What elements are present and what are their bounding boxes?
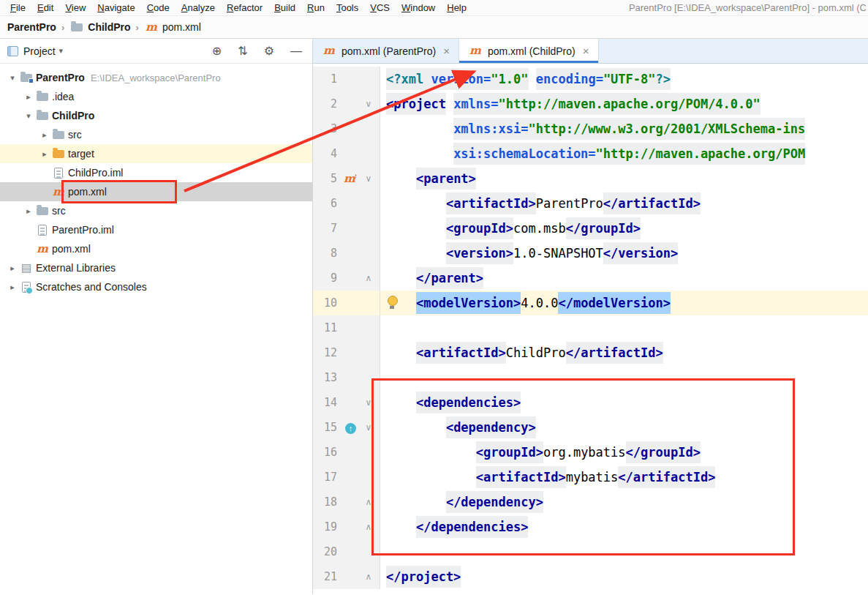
chevron-right-icon[interactable]: ▸ (38, 149, 51, 159)
code-line-8[interactable]: 8 <version>1.0-SNAPSHOT</version> (313, 241, 868, 266)
code-text[interactable]: <dependencies> (380, 390, 868, 415)
tree-item-parentpro-iml[interactable]: ParentPro.iml (0, 220, 312, 239)
editor-tab-pom-xml-parentpro[interactable]: mpom.xml (ParentPro)× (313, 39, 459, 63)
fold-start-icon[interactable]: ∨ (361, 173, 377, 184)
code-line-21[interactable]: 21∧</project> (313, 564, 868, 589)
code-text[interactable]: </dependency> (380, 490, 868, 514)
chevron-right-icon[interactable]: ▸ (38, 130, 51, 140)
menu-item-file[interactable]: File (4, 1, 31, 14)
code-text[interactable] (380, 539, 868, 564)
menu-item-refactor[interactable]: Refactor (221, 1, 268, 14)
menu-item-edit[interactable]: Edit (31, 1, 59, 14)
code-line-17[interactable]: 17 <artifactId>mybatis</artifactId> (313, 465, 868, 490)
code-text[interactable]: <modelVersion>4.0.0</modelVersion> (380, 291, 868, 315)
tree-item-childpro[interactable]: ▾ChildPro (0, 106, 312, 125)
code-text[interactable]: xsi:schemaLocation="http://maven.apache.… (380, 141, 868, 166)
fold-end-icon[interactable]: ∧ (361, 572, 377, 582)
fold-start-icon[interactable]: ∨ (361, 397, 377, 408)
menu-item-window[interactable]: Window (396, 1, 441, 14)
menu-item-code[interactable]: Code (141, 1, 176, 14)
code-line-9[interactable]: 9∧ </parent> (313, 266, 868, 291)
code-line-12[interactable]: 12 <artifactId>ChildPro</artifactId> (313, 340, 868, 365)
chevron-right-icon[interactable]: ▸ (6, 263, 19, 273)
tree-item-src[interactable]: ▸src (0, 201, 312, 220)
code-text[interactable]: </project> (380, 564, 868, 589)
menu-item-run[interactable]: Run (301, 1, 331, 14)
code-text[interactable]: <parent> (380, 166, 868, 191)
code-text[interactable]: <groupId>org.mybatis</groupId> (380, 440, 868, 465)
breadcrumb-item-parentpro[interactable]: ParentPro (7, 21, 56, 33)
editor-tab-pom-xml-childpro[interactable]: mpom.xml (ChildPro)× (459, 39, 599, 63)
code-line-6[interactable]: 6 <artifactId>ParentPro</artifactId> (313, 191, 868, 216)
tree-item-parentpro[interactable]: ▾ParentProE:\IDEA_workspace\ParentPro (0, 68, 312, 87)
tree-item-pom-xml[interactable]: mpom.xml (0, 239, 312, 258)
tree-item-pom-xml[interactable]: mpom.xml (0, 182, 312, 201)
code-text[interactable]: <project xmlns="http://maven.apache.org/… (380, 91, 868, 116)
menu-item-help[interactable]: Help (441, 1, 472, 14)
collapse-all-icon[interactable]: ⇅ (238, 44, 247, 58)
code-text[interactable] (380, 315, 868, 340)
close-tab-icon[interactable]: × (583, 45, 589, 57)
chevron-down-icon[interactable]: ▾ (6, 73, 19, 83)
close-tab-icon[interactable]: × (443, 45, 450, 57)
intention-bulb-icon[interactable] (386, 296, 398, 310)
menu-item-navigate[interactable]: Navigate (91, 1, 140, 14)
code-text[interactable]: </dependencies> (380, 514, 868, 539)
code-line-20[interactable]: 20 (313, 539, 868, 564)
tree-item-idea[interactable]: ▸.idea (0, 87, 312, 106)
code-line-10[interactable]: 10 <modelVersion>4.0.0</modelVersion> (313, 291, 868, 315)
code-line-3[interactable]: 3 xmlns:xsi="http://www.w3.org/2001/XMLS… (313, 116, 868, 141)
tree-item-childpro-iml[interactable]: ChildPro.iml (0, 163, 312, 182)
fold-start-icon[interactable]: ∨ (361, 99, 377, 109)
menu-item-view[interactable]: View (59, 1, 91, 14)
code-line-19[interactable]: 19∧ </dependencies> (313, 514, 868, 539)
code-text[interactable]: xmlns:xsi="http://www.w3.org/2001/XMLSch… (380, 116, 868, 141)
code-text[interactable]: <version>1.0-SNAPSHOT</version> (380, 241, 868, 266)
menu-item-build[interactable]: Build (268, 1, 301, 14)
code-line-15[interactable]: 15↑∨ <dependency> (313, 415, 868, 440)
fold-end-icon[interactable]: ∧ (361, 273, 377, 283)
code-text[interactable]: <artifactId>ChildPro</artifactId> (380, 340, 868, 365)
code-line-14[interactable]: 14∨ <dependencies> (313, 390, 868, 415)
tree-item-external-libraries[interactable]: ▸▤External Libraries (0, 258, 312, 277)
editor-body[interactable]: 1<?xml version="1.0" encoding="UTF-8"?>2… (313, 64, 868, 594)
tree-item-scratches-and-consoles[interactable]: ▸Scratches and Consoles (0, 277, 312, 296)
chevron-down-icon[interactable]: ▾ (59, 46, 64, 56)
chevron-right-icon[interactable]: ▸ (22, 92, 35, 102)
project-view-title[interactable]: Project (23, 45, 56, 57)
tree-item-target[interactable]: ▸target (0, 144, 312, 163)
fold-end-icon[interactable]: ∧ (361, 522, 377, 532)
menu-item-analyze[interactable]: Analyze (176, 1, 221, 14)
code-text[interactable]: <dependency> (380, 415, 868, 440)
menu-item-tools[interactable]: Tools (331, 1, 364, 14)
menu-item-vcs[interactable]: VCS (364, 1, 396, 14)
maven-parent-icon[interactable]: m↑ (344, 173, 358, 184)
settings-gear-icon[interactable]: ⚙ (264, 44, 274, 58)
code-line-2[interactable]: 2∨<project xmlns="http://maven.apache.or… (313, 91, 868, 116)
chevron-right-icon[interactable]: ▸ (6, 282, 19, 292)
code-text[interactable]: </parent> (380, 266, 868, 291)
code-line-5[interactable]: 5m↑∨ <parent> (313, 166, 868, 191)
fold-start-icon[interactable]: ∨ (361, 422, 377, 433)
code-text[interactable]: <artifactId>ParentPro</artifactId> (380, 191, 868, 216)
code-text[interactable]: <artifactId>mybatis</artifactId> (380, 465, 868, 490)
override-indicator-icon[interactable]: ↑ (345, 423, 356, 434)
tree-item-src[interactable]: ▸src (0, 125, 312, 144)
code-line-7[interactable]: 7 <groupId>com.msb</groupId> (313, 216, 868, 241)
breadcrumb-item-childpro[interactable]: ChildPro (69, 21, 130, 33)
code-text[interactable] (380, 365, 868, 390)
code-text[interactable]: <groupId>com.msb</groupId> (380, 216, 868, 241)
code-line-4[interactable]: 4 xsi:schemaLocation="http://maven.apach… (313, 141, 868, 166)
code-line-11[interactable]: 11 (313, 315, 868, 340)
hide-panel-icon[interactable]: — (290, 45, 302, 58)
code-text[interactable]: <?xml version="1.0" encoding="UTF-8"?> (380, 67, 868, 91)
code-line-1[interactable]: 1<?xml version="1.0" encoding="UTF-8"?> (313, 67, 868, 91)
fold-end-icon[interactable]: ∧ (361, 497, 377, 507)
code-line-18[interactable]: 18∧ </dependency> (313, 490, 868, 514)
breadcrumb-item-pom-xml[interactable]: mpom.xml (144, 21, 201, 33)
code-line-16[interactable]: 16 <groupId>org.mybatis</groupId> (313, 440, 868, 465)
code-line-13[interactable]: 13 (313, 365, 868, 390)
chevron-right-icon[interactable]: ▸ (22, 206, 35, 216)
chevron-down-icon[interactable]: ▾ (22, 111, 35, 121)
locate-icon[interactable]: ⊕ (212, 44, 222, 58)
